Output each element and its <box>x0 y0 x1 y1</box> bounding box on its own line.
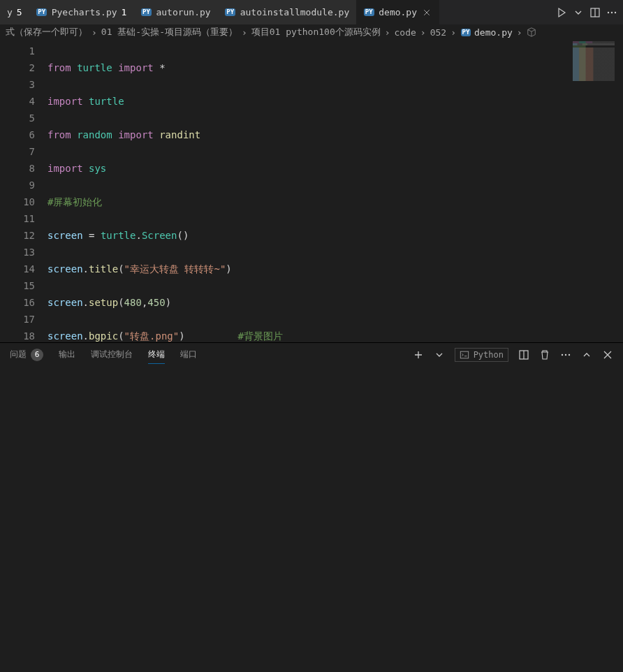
tab-pyecharts[interactable]: PY Pyecharts.py 1 <box>29 0 134 24</box>
breadcrumb-item[interactable]: 式（保存一个即可） <box>6 26 87 38</box>
editor-tabs: y 5 PY Pyecharts.py 1 PY autorun.py PY a… <box>0 0 623 24</box>
code-area[interactable]: from turtle import * import turtle from … <box>47 40 623 342</box>
panel-tab-label: 输出 <box>59 349 75 360</box>
tab-label: y <box>7 7 13 17</box>
chevron-down-icon[interactable] <box>434 349 445 360</box>
python-icon: PY <box>36 7 47 18</box>
panel-tab-label: 问题 <box>10 349 27 360</box>
line-number: 17 <box>0 311 35 328</box>
tab-autoinstallmodule[interactable]: PY autoinstallmodule.py <box>218 0 357 24</box>
tab-label: demo.py <box>379 7 417 17</box>
chevron-right-icon: › <box>419 27 427 38</box>
tab-modified-count: 1 <box>122 7 127 17</box>
tab-modified-count: 5 <box>17 7 22 17</box>
tab-truncated[interactable]: y 5 <box>0 0 29 24</box>
problems-count-badge: 6 <box>31 349 43 361</box>
panel-tab-problems[interactable]: 问题 6 <box>10 346 43 364</box>
tab-demo[interactable]: PY demo.py <box>356 0 439 24</box>
panel-actions: Python <box>413 348 613 362</box>
tab-spacer <box>439 0 550 24</box>
chevron-right-icon: › <box>383 27 392 38</box>
line-number: 2 <box>0 59 35 76</box>
svg-point-8 <box>562 353 563 355</box>
trash-icon[interactable] <box>539 349 550 360</box>
new-terminal-button[interactable] <box>413 349 424 360</box>
svg-point-2 <box>608 11 609 13</box>
close-icon[interactable] <box>421 7 432 18</box>
more-icon[interactable] <box>606 7 617 18</box>
breadcrumb-item[interactable]: code <box>395 27 416 38</box>
close-panel-icon[interactable] <box>602 349 613 360</box>
terminal-kind[interactable]: Python <box>455 348 508 362</box>
python-icon: PY <box>363 7 374 18</box>
tab-autorun[interactable]: PY autorun.py <box>133 0 217 24</box>
line-number: 12 <box>0 227 35 244</box>
panel-tab-output[interactable]: 输出 <box>59 346 75 363</box>
panel-tab-debug[interactable]: 调试控制台 <box>91 346 133 363</box>
panel-tab-terminal[interactable]: 终端 <box>148 346 165 364</box>
more-icon[interactable] <box>560 349 571 360</box>
python-icon: PY <box>225 7 236 18</box>
chevron-right-icon: › <box>515 27 524 38</box>
svg-point-10 <box>569 353 570 355</box>
svg-rect-5 <box>460 351 468 358</box>
line-number: 7 <box>0 143 35 160</box>
split-editor-icon[interactable] <box>589 7 601 18</box>
line-number: 4 <box>0 93 35 110</box>
line-number: 5 <box>0 110 35 126</box>
chevron-right-icon: › <box>90 27 98 38</box>
tab-label: autorun.py <box>156 7 210 17</box>
terminal-kind-label: Python <box>474 350 504 360</box>
editor-actions <box>550 0 623 24</box>
chevron-right-icon: › <box>240 27 249 38</box>
line-number: 6 <box>0 126 35 143</box>
python-icon: PY <box>460 27 471 38</box>
line-number: 9 <box>0 177 35 193</box>
line-number: 16 <box>0 294 35 311</box>
panel-tab-ports[interactable]: 端口 <box>180 346 197 363</box>
line-number: 10 <box>0 193 35 210</box>
split-terminal-icon[interactable] <box>518 349 529 360</box>
breadcrumbs: 式（保存一个即可） › 01 基础-实操-项目源码（重要） › 项目01 pyt… <box>0 24 623 40</box>
panel-tab-label: 端口 <box>180 349 197 360</box>
python-icon: PY <box>140 7 152 18</box>
breadcrumb-item[interactable]: 项目01 python100个源码实例 <box>251 26 381 38</box>
panel-tab-label: 终端 <box>148 349 165 360</box>
editor[interactable]: 1 2 3 4 5 6 7 8 9 10 11 12 13 14 15 16 1… <box>0 40 623 342</box>
panel-tab-label: 调试控制台 <box>91 349 133 360</box>
line-number: 15 <box>0 277 35 294</box>
breadcrumb-label: demo.py <box>474 27 513 38</box>
svg-point-3 <box>611 11 613 13</box>
line-number: 14 <box>0 261 35 277</box>
bottom-panel: 问题 6 输出 调试控制台 终端 端口 Python <box>0 342 623 672</box>
line-number: 1 <box>0 43 35 59</box>
svg-point-9 <box>565 353 566 355</box>
chevron-down-icon[interactable] <box>573 7 584 18</box>
line-number: 18 <box>0 328 35 342</box>
svg-point-4 <box>615 11 616 13</box>
breadcrumb-item[interactable]: 01 基础-实操-项目源码（重要） <box>101 26 237 38</box>
line-number: 8 <box>0 160 35 177</box>
chevron-right-icon: › <box>449 27 457 38</box>
terminal-icon <box>460 350 469 360</box>
line-gutter: 1 2 3 4 5 6 7 8 9 10 11 12 13 14 15 16 1… <box>0 40 47 342</box>
tab-label: Pyecharts.py <box>52 7 117 17</box>
line-number: 3 <box>0 76 35 93</box>
line-number: 11 <box>0 210 35 227</box>
panel-tabs: 问题 6 输出 调试控制台 终端 端口 Python <box>0 343 623 366</box>
line-number: 13 <box>0 244 35 261</box>
chevron-up-icon[interactable] <box>581 349 592 360</box>
breadcrumb-item[interactable]: 052 <box>430 27 446 38</box>
run-button[interactable] <box>556 7 567 18</box>
cube-icon[interactable] <box>527 27 536 37</box>
tab-label: autoinstallmodule.py <box>240 7 350 17</box>
breadcrumb-file[interactable]: PY demo.py <box>460 27 513 38</box>
terminal-body[interactable] <box>0 366 623 672</box>
